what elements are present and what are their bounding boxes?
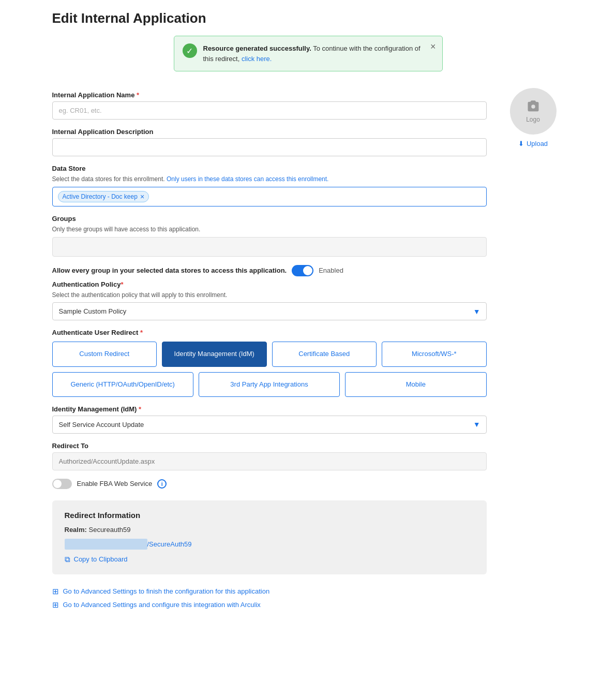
banner-link[interactable]: click here. xyxy=(242,55,272,63)
auth-policy-sub: Select the authentication policy that wi… xyxy=(52,291,487,300)
allow-every-row: Allow every group in your selected data … xyxy=(52,265,487,276)
realm-line: Realm: Secureauth59 xyxy=(65,526,474,534)
redirect-btn-third[interactable]: 3rd Party App Integrations xyxy=(199,372,340,397)
auth-redirect-label: Authenticate User Redirect * xyxy=(52,329,487,336)
footer-link-2-icon: ⊞ xyxy=(52,600,59,610)
url-hidden-part: https:// xyxy=(65,539,147,550)
footer-link-2[interactable]: ⊞ Go to Advanced Settings and configure … xyxy=(52,600,487,610)
idm-select[interactable]: Self Service Account Update xyxy=(52,416,487,434)
footer-links: ⊞ Go to Advanced Settings to finish the … xyxy=(52,587,487,610)
datastore-tag-input[interactable]: Active Directory - Doc keep × xyxy=(52,187,487,206)
app-desc-label: Internal Application Description xyxy=(52,128,487,136)
copy-icon: ⧉ xyxy=(65,555,70,564)
auth-policy-select[interactable]: Sample Custom Policy xyxy=(52,302,487,320)
redirect-info-title: Redirect Information xyxy=(65,511,474,520)
redirect-to-label: Redirect To xyxy=(52,442,487,450)
groups-sub: Only these groups will have access to th… xyxy=(52,225,487,234)
redirect-options-row1: Custom Redirect Identity Management (IdM… xyxy=(52,342,487,366)
app-name-label: Internal Application Name * xyxy=(52,91,487,99)
page-title: Edit Internal Application xyxy=(52,10,564,26)
copy-to-clipboard-button[interactable]: ⧉ Copy to Clipboard xyxy=(65,555,128,564)
groups-input[interactable] xyxy=(52,237,487,257)
footer-link-1[interactable]: ⊞ Go to Advanced Settings to finish the … xyxy=(52,587,487,596)
redirect-btn-ms[interactable]: Microsoft/WS-* xyxy=(382,342,487,366)
success-text: Resource generated successfully. To cont… xyxy=(203,43,422,64)
datastore-sub: Select the data stores for this enrollme… xyxy=(52,175,487,184)
banner-close-button[interactable]: × xyxy=(430,41,436,52)
datastore-tag-remove[interactable]: × xyxy=(140,193,144,201)
app-name-input[interactable] xyxy=(52,101,487,120)
upload-icon: ⬇ xyxy=(518,140,524,147)
upload-button[interactable]: ⬇ Upload xyxy=(518,140,548,147)
auth-policy-label: Authentication Policy* xyxy=(52,280,487,288)
redirect-options-row2: Generic (HTTP/OAuth/OpenID/etc) 3rd Part… xyxy=(52,372,487,397)
datastore-label: Data Store xyxy=(52,165,487,172)
form-side: Logo ⬇ Upload xyxy=(502,83,564,614)
url-line: https:// /SecureAuth59 xyxy=(65,539,474,550)
logo-circle: Logo xyxy=(510,88,557,135)
redirect-info-box: Redirect Information Realm: Secureauth59… xyxy=(52,500,487,574)
fba-toggle[interactable] xyxy=(52,479,72,489)
redirect-btn-idm[interactable]: Identity Management (IdM) xyxy=(162,342,267,366)
redirect-to-input[interactable] xyxy=(52,452,487,470)
app-desc-input[interactable] xyxy=(52,138,487,156)
redirect-btn-custom[interactable]: Custom Redirect xyxy=(52,342,157,366)
camera-icon xyxy=(526,99,540,114)
fba-label: Enable FBA Web Service xyxy=(77,480,153,487)
idm-select-wrapper: Self Service Account Update ▼ xyxy=(52,416,487,434)
footer-link-1-icon: ⊞ xyxy=(52,587,59,596)
fba-info-icon[interactable]: i xyxy=(157,479,167,489)
logo-label: Logo xyxy=(526,116,540,123)
url-visible-part[interactable]: /SecureAuth59 xyxy=(147,540,192,548)
redirect-btn-generic[interactable]: Generic (HTTP/OAuth/OpenID/etc) xyxy=(52,372,193,397)
fba-row: Enable FBA Web Service i xyxy=(52,479,487,489)
datastore-tag: Active Directory - Doc keep × xyxy=(58,191,149,202)
redirect-btn-mobile[interactable]: Mobile xyxy=(345,372,486,397)
success-icon: ✓ xyxy=(183,43,197,58)
allow-every-toggle[interactable] xyxy=(292,265,313,276)
groups-label: Groups xyxy=(52,215,487,223)
allow-every-status: Enabled xyxy=(319,267,343,274)
redirect-btn-cert[interactable]: Certificate Based xyxy=(272,342,377,366)
success-banner: ✓ Resource generated successfully. To co… xyxy=(174,36,443,71)
auth-policy-select-wrapper: Sample Custom Policy ▼ xyxy=(52,302,487,320)
idm-label: Identity Management (IdM) * xyxy=(52,405,487,413)
